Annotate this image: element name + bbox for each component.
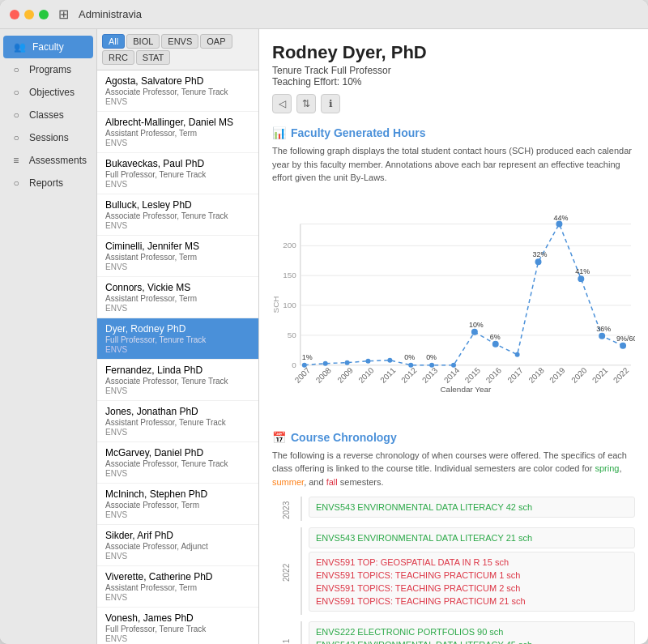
faculty-list-item[interactable]: Jones, Jonathan PhD Assistant Professor,… [97, 401, 258, 442]
faculty-actions: ◁ ⇅ ℹ [272, 94, 635, 113]
course-entry[interactable]: ENVS543 ENVIRONMENTAL DATA LITERACY 21 s… [316, 531, 628, 544]
x-axis-label: Calendar Year [440, 384, 492, 393]
faculty-list-item[interactable]: Bulluck, Lesley PhD Associate Professor,… [97, 194, 258, 236]
faculty-list-item[interactable]: Ciminelli, Jennifer MS Assistant Profess… [97, 236, 258, 277]
reports-icon: ○ [10, 177, 23, 190]
faculty-list-item[interactable]: Vonesh, James PhD Full Professor, Tenure… [97, 608, 258, 644]
filter-rrc[interactable]: RRC [102, 50, 134, 65]
faculty-list-item[interactable]: Fernandez, Linda PhD Associate Professor… [97, 360, 258, 401]
annot-2018: 32% [533, 250, 548, 258]
fall-label: fall [326, 477, 338, 487]
faculty-item-name: Bulluck, Lesley PhD [105, 199, 250, 211]
annot-2007: 1% [302, 352, 313, 360]
faculty-item-name: Ciminelli, Jennifer MS [105, 241, 250, 252]
svg-text:2011: 2011 [378, 365, 398, 385]
faculty-item-name: Fernandez, Linda PhD [105, 365, 250, 376]
sidebar-item-sessions[interactable]: ○ Sessions [0, 126, 96, 149]
semester-2022-spring: ENVS543 ENVIRONMENTAL DATA LITERACY 21 s… [309, 527, 635, 548]
action-info[interactable]: ℹ [321, 94, 340, 113]
course-entry[interactable]: ENVS222 ELECTRONIC PORTFOLIOS 90 sch [316, 625, 628, 638]
semester-2022-fall: ENVS591 TOP: GEOSPATIAL DATA IN R 15 sch… [309, 552, 635, 612]
chart-dot-2020 [578, 275, 584, 282]
course-entry[interactable]: ENVS543 ENVIRONMENTAL DATA LITERACY 42 s… [316, 501, 628, 514]
faculty-item-dept: ENVS [105, 469, 250, 478]
sidebar-label-programs: Programs [29, 64, 71, 75]
faculty-list-item[interactable]: Viverette, Catherine PhD Assistant Profe… [97, 566, 258, 608]
faculty-list-items: Agosta, Salvatore PhD Associate Professo… [97, 70, 258, 644]
action-share[interactable]: ⇅ [296, 94, 316, 113]
action-prev[interactable]: ◁ [272, 94, 292, 113]
sidebar-item-objectives[interactable]: ○ Objectives [0, 81, 96, 104]
sidebar-item-programs[interactable]: ○ Programs [0, 58, 96, 81]
annot-2016: 6% [490, 332, 501, 340]
chart-dot-2018 [535, 258, 542, 265]
faculty-item-dept: ENVS [105, 510, 250, 519]
filter-stat[interactable]: STAT [136, 50, 170, 65]
course-section-desc: The following is a reverse chronology of… [272, 449, 635, 489]
sidebar-label-reports: Reports [29, 177, 63, 189]
course-entry[interactable]: ENVS591 TOPICS: TEACHING PRACTICUM 2 sch [316, 582, 628, 595]
faculty-item-dept: ENVS [105, 262, 250, 271]
faculty-item-dept: ENVS [105, 180, 250, 189]
faculty-item-dept: ENVS [105, 552, 250, 561]
faculty-item-title: Assistant Professor, Term [105, 129, 250, 138]
faculty-item-dept: ENVS [105, 97, 250, 106]
course-entry[interactable]: ENVS543 ENVIRONMENTAL DATA LITERACY 45 s… [316, 638, 628, 644]
faculty-item-title: Associate Professor, Tenure Track [105, 87, 250, 96]
faculty-list-item[interactable]: Connors, Vickie MS Assistant Professor, … [97, 277, 258, 318]
chart-dot-2010 [365, 358, 370, 363]
app-body: 👥 Faculty ○ Programs ○ Objectives ○ Clas… [0, 29, 648, 644]
close-button[interactable] [10, 10, 19, 19]
faculty-list-item[interactable]: Albrecht-Mallinger, Daniel MS Assistant … [97, 112, 258, 153]
faculty-item-dept: ENVS [105, 221, 250, 230]
faculty-list-item[interactable]: Dyer, Rodney PhD Full Professor, Tenure … [97, 318, 258, 360]
chart-dot-2022 [620, 342, 626, 348]
faculty-list-item[interactable]: Bukaveckas, Paul PhD Full Professor, Ten… [97, 153, 258, 194]
svg-text:100: 100 [283, 300, 296, 309]
course-entry[interactable]: ENVS591 TOP: GEOSPATIAL DATA IN R 15 sch [316, 556, 628, 569]
faculty-name: Rodney Dyer, PhD [272, 42, 635, 63]
faculty-item-title: Assistant Professor, Term [105, 583, 250, 592]
semester-2021-spring: ENVS222 ELECTRONIC PORTFOLIOS 90 sch ENV… [309, 621, 635, 644]
faculty-item-title: Associate Professor, Tenure Track [105, 377, 250, 386]
sidebar-item-reports[interactable]: ○ Reports [0, 172, 96, 194]
svg-text:2016: 2016 [484, 365, 504, 385]
course-section-title: Course Chronology [291, 431, 397, 444]
programs-icon: ○ [10, 63, 23, 76]
annot-2022: 9%/60 [616, 334, 635, 342]
minimize-button[interactable] [24, 10, 34, 19]
svg-text:200: 200 [283, 241, 296, 249]
year-entries-2023: ENVS543 ENVIRONMENTAL DATA LITERACY 42 s… [301, 497, 635, 521]
course-entry[interactable]: ENVS591 TOPICS: TEACHING PRACTICUM 21 sc… [316, 595, 628, 608]
svg-text:2021: 2021 [590, 365, 610, 385]
sidebar-label-sessions: Sessions [29, 132, 69, 143]
sidebar-item-assessments[interactable]: ≡ Assessments [0, 149, 96, 172]
sidebar-item-classes[interactable]: ○ Classes [0, 104, 96, 126]
svg-text:50: 50 [288, 330, 297, 339]
sidebar-item-faculty[interactable]: 👥 Faculty [3, 36, 93, 58]
svg-text:2017: 2017 [505, 365, 525, 385]
faculty-list-item[interactable]: Sikder, Arif PhD Associate Professor, Ad… [97, 525, 258, 566]
faculty-item-title: Full Professor, Tenure Track [105, 625, 250, 633]
classes-icon: ○ [10, 109, 23, 122]
faculty-list-item[interactable]: McGarvey, Daniel PhD Associate Professor… [97, 442, 258, 484]
filter-all[interactable]: All [102, 34, 125, 49]
traffic-lights [10, 10, 49, 19]
svg-text:2010: 2010 [356, 365, 376, 385]
chart-bar-icon: 📊 [272, 126, 286, 139]
objectives-icon: ○ [10, 86, 23, 99]
filter-biol[interactable]: BIOL [126, 34, 160, 49]
year-label-2022: 2022 [272, 527, 301, 618]
chron-year-2022: 2022 ENVS543 ENVIRONMENTAL DATA LITERACY… [272, 527, 635, 618]
faculty-item-name: McIninch, Stephen PhD [105, 488, 250, 500]
faculty-item-dept: ENVS [105, 593, 250, 602]
faculty-list-item[interactable]: Agosta, Salvatore PhD Associate Professo… [97, 70, 258, 112]
svg-text:2009: 2009 [335, 365, 355, 385]
course-entry[interactable]: ENVS591 TOPICS: TEACHING PRACTICUM 1 sch [316, 569, 628, 582]
course-chronology: 📅 Course Chronology The following is a r… [272, 431, 635, 645]
maximize-button[interactable] [39, 10, 49, 19]
filter-oap[interactable]: OAP [200, 34, 232, 49]
faculty-list-item[interactable]: McIninch, Stephen PhD Associate Professo… [97, 484, 258, 525]
filter-envs[interactable]: ENVS [161, 34, 198, 49]
faculty-item-name: Albrecht-Mallinger, Daniel MS [105, 117, 250, 128]
